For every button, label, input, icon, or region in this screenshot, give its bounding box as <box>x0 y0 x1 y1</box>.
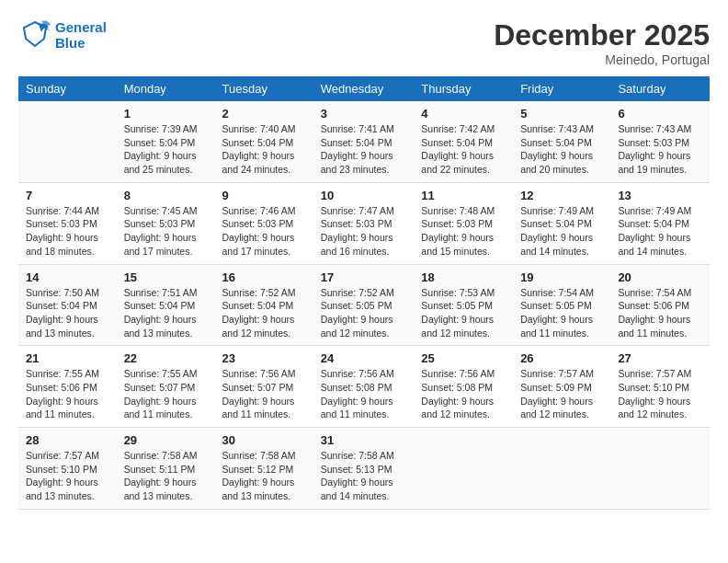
day-cell: 14Sunrise: 7:50 AMSunset: 5:04 PMDayligh… <box>18 264 117 346</box>
day-cell: 26Sunrise: 7:57 AMSunset: 5:09 PMDayligh… <box>513 346 610 428</box>
day-cell: 20Sunrise: 7:54 AMSunset: 5:06 PMDayligh… <box>610 264 710 346</box>
day-cell: 1Sunrise: 7:39 AMSunset: 5:04 PMDaylight… <box>117 101 215 182</box>
day-info: Sunrise: 7:57 AMSunset: 5:09 PMDaylight:… <box>520 367 603 421</box>
day-cell: 31Sunrise: 7:58 AMSunset: 5:13 PMDayligh… <box>313 428 415 510</box>
day-number: 20 <box>618 270 702 284</box>
day-cell: 23Sunrise: 7:56 AMSunset: 5:07 PMDayligh… <box>215 346 313 428</box>
day-info: Sunrise: 7:57 AMSunset: 5:10 PMDaylight:… <box>618 367 702 421</box>
day-number: 3 <box>321 107 407 121</box>
week-row-5: 28Sunrise: 7:57 AMSunset: 5:10 PMDayligh… <box>18 428 710 510</box>
day-number: 2 <box>222 107 306 121</box>
day-cell <box>18 101 117 182</box>
day-info: Sunrise: 7:49 AMSunset: 5:04 PMDaylight:… <box>618 204 702 259</box>
day-cell: 24Sunrise: 7:56 AMSunset: 5:08 PMDayligh… <box>313 346 415 428</box>
day-number: 26 <box>520 351 603 365</box>
day-cell: 22Sunrise: 7:55 AMSunset: 5:07 PMDayligh… <box>117 346 215 428</box>
day-number: 18 <box>421 270 506 284</box>
day-number: 4 <box>421 107 506 121</box>
day-cell: 8Sunrise: 7:45 AMSunset: 5:03 PMDaylight… <box>117 182 215 264</box>
page-header: GeneralBlue December 2025 Meinedo, Portu… <box>18 18 710 67</box>
day-info: Sunrise: 7:52 AMSunset: 5:04 PMDaylight:… <box>222 286 306 340</box>
day-cell: 25Sunrise: 7:56 AMSunset: 5:08 PMDayligh… <box>414 346 513 428</box>
location: Meinedo, Portugal <box>494 52 710 67</box>
column-header-tuesday: Tuesday <box>215 76 313 101</box>
day-cell <box>610 428 710 510</box>
column-header-sunday: Sunday <box>18 76 117 101</box>
logo-name: GeneralBlue <box>55 19 107 52</box>
day-info: Sunrise: 7:44 AMSunset: 5:03 PMDaylight:… <box>26 204 109 259</box>
column-header-monday: Monday <box>117 76 215 101</box>
day-number: 8 <box>124 189 208 202</box>
day-cell: 7Sunrise: 7:44 AMSunset: 5:03 PMDaylight… <box>18 182 117 264</box>
day-cell: 2Sunrise: 7:40 AMSunset: 5:04 PMDaylight… <box>215 101 313 182</box>
day-cell: 4Sunrise: 7:42 AMSunset: 5:04 PMDaylight… <box>414 101 513 182</box>
day-number: 28 <box>26 433 109 447</box>
day-cell: 30Sunrise: 7:58 AMSunset: 5:12 PMDayligh… <box>215 428 313 510</box>
day-number: 10 <box>321 189 407 202</box>
day-info: Sunrise: 7:48 AMSunset: 5:03 PMDaylight:… <box>421 204 506 259</box>
title-block: December 2025 Meinedo, Portugal <box>494 18 710 67</box>
day-info: Sunrise: 7:58 AMSunset: 5:12 PMDaylight:… <box>222 449 306 503</box>
day-number: 16 <box>222 270 306 284</box>
day-number: 31 <box>321 433 407 447</box>
day-number: 19 <box>520 270 603 284</box>
day-number: 25 <box>421 351 506 365</box>
day-number: 9 <box>222 189 306 202</box>
day-number: 17 <box>321 270 407 284</box>
day-number: 14 <box>26 270 109 284</box>
day-info: Sunrise: 7:55 AMSunset: 5:06 PMDaylight:… <box>26 367 109 421</box>
day-number: 24 <box>321 351 407 365</box>
day-info: Sunrise: 7:51 AMSunset: 5:04 PMDaylight:… <box>124 286 208 340</box>
day-number: 29 <box>124 433 208 447</box>
day-info: Sunrise: 7:50 AMSunset: 5:04 PMDaylight:… <box>26 286 109 340</box>
day-info: Sunrise: 7:49 AMSunset: 5:04 PMDaylight:… <box>520 204 603 259</box>
day-info: Sunrise: 7:42 AMSunset: 5:04 PMDaylight:… <box>421 122 506 177</box>
day-cell <box>513 428 610 510</box>
day-info: Sunrise: 7:47 AMSunset: 5:03 PMDaylight:… <box>321 204 407 259</box>
day-cell: 15Sunrise: 7:51 AMSunset: 5:04 PMDayligh… <box>117 264 215 346</box>
day-cell: 6Sunrise: 7:43 AMSunset: 5:03 PMDaylight… <box>610 101 710 182</box>
day-cell: 9Sunrise: 7:46 AMSunset: 5:03 PMDaylight… <box>215 182 313 264</box>
month-title: December 2025 <box>494 18 710 52</box>
day-info: Sunrise: 7:52 AMSunset: 5:05 PMDaylight:… <box>321 286 407 340</box>
column-header-thursday: Thursday <box>414 76 513 101</box>
day-number: 23 <box>222 351 306 365</box>
day-number: 30 <box>222 433 306 447</box>
day-info: Sunrise: 7:41 AMSunset: 5:04 PMDaylight:… <box>321 122 407 177</box>
day-info: Sunrise: 7:43 AMSunset: 5:04 PMDaylight:… <box>520 122 603 177</box>
day-number: 27 <box>618 351 702 365</box>
day-info: Sunrise: 7:46 AMSunset: 5:03 PMDaylight:… <box>222 204 306 259</box>
header-row: SundayMondayTuesdayWednesdayThursdayFrid… <box>18 76 710 101</box>
day-number: 1 <box>124 107 208 121</box>
day-info: Sunrise: 7:56 AMSunset: 5:07 PMDaylight:… <box>222 367 306 421</box>
logo: GeneralBlue <box>18 18 107 52</box>
day-info: Sunrise: 7:57 AMSunset: 5:10 PMDaylight:… <box>26 449 109 503</box>
day-info: Sunrise: 7:53 AMSunset: 5:05 PMDaylight:… <box>421 286 506 340</box>
day-cell: 19Sunrise: 7:54 AMSunset: 5:05 PMDayligh… <box>513 264 610 346</box>
day-cell: 16Sunrise: 7:52 AMSunset: 5:04 PMDayligh… <box>215 264 313 346</box>
day-info: Sunrise: 7:39 AMSunset: 5:04 PMDaylight:… <box>124 122 208 177</box>
day-info: Sunrise: 7:58 AMSunset: 5:11 PMDaylight:… <box>124 449 208 503</box>
week-row-4: 21Sunrise: 7:55 AMSunset: 5:06 PMDayligh… <box>18 346 710 428</box>
calendar-table: SundayMondayTuesdayWednesdayThursdayFrid… <box>18 76 710 510</box>
day-info: Sunrise: 7:56 AMSunset: 5:08 PMDaylight:… <box>421 367 506 421</box>
day-cell: 12Sunrise: 7:49 AMSunset: 5:04 PMDayligh… <box>513 182 610 264</box>
day-number: 22 <box>124 351 208 365</box>
day-cell: 11Sunrise: 7:48 AMSunset: 5:03 PMDayligh… <box>414 182 513 264</box>
week-row-2: 7Sunrise: 7:44 AMSunset: 5:03 PMDaylight… <box>18 182 710 264</box>
day-number: 5 <box>520 107 603 121</box>
day-info: Sunrise: 7:43 AMSunset: 5:03 PMDaylight:… <box>618 122 702 177</box>
day-number: 12 <box>520 189 603 202</box>
day-cell: 27Sunrise: 7:57 AMSunset: 5:10 PMDayligh… <box>610 346 710 428</box>
logo-svg <box>18 18 51 52</box>
day-cell <box>414 428 513 510</box>
day-cell: 3Sunrise: 7:41 AMSunset: 5:04 PMDaylight… <box>313 101 415 182</box>
day-cell: 10Sunrise: 7:47 AMSunset: 5:03 PMDayligh… <box>313 182 415 264</box>
day-number: 15 <box>124 270 208 284</box>
day-cell: 18Sunrise: 7:53 AMSunset: 5:05 PMDayligh… <box>414 264 513 346</box>
day-info: Sunrise: 7:54 AMSunset: 5:05 PMDaylight:… <box>520 286 603 340</box>
week-row-1: 1Sunrise: 7:39 AMSunset: 5:04 PMDaylight… <box>18 101 710 182</box>
day-cell: 29Sunrise: 7:58 AMSunset: 5:11 PMDayligh… <box>117 428 215 510</box>
column-header-friday: Friday <box>513 76 610 101</box>
day-info: Sunrise: 7:58 AMSunset: 5:13 PMDaylight:… <box>321 449 407 503</box>
